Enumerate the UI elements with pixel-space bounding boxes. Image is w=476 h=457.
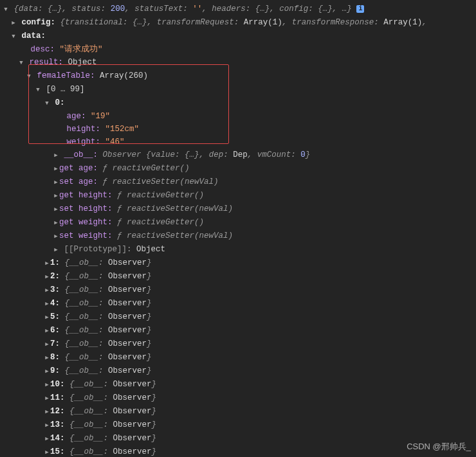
chevron-right-icon[interactable] (44, 270, 50, 283)
chevron-right-icon[interactable] (44, 391, 50, 405)
set-height[interactable]: set height: ƒ reactiveSetter(newVal) (3, 202, 476, 216)
array-item-7[interactable]: 7: {__ob__: Observer} (3, 337, 476, 351)
chevron-down-icon[interactable] (35, 83, 41, 96)
chevron-right-icon[interactable] (44, 297, 50, 310)
chevron-right-icon[interactable] (10, 16, 17, 30)
chevron-right-icon[interactable] (44, 418, 50, 432)
prototype-property[interactable]: [[Prototype]]: Object (3, 243, 476, 256)
array-item-12[interactable]: 12: {__ob__: Observer} (3, 405, 476, 418)
array-item-13[interactable]: 13: {__ob__: Observer} (3, 418, 476, 432)
age-property[interactable]: age: "19" (3, 110, 476, 123)
array-item-9[interactable]: 9: {__ob__: Observer} (3, 364, 476, 378)
chevron-down-icon[interactable] (44, 96, 50, 110)
desc-property[interactable]: desc: "请求成功" (3, 43, 476, 56)
info-icon[interactable]: i (356, 5, 364, 13)
array-item-4[interactable]: 4: {__ob__: Observer} (3, 297, 476, 310)
config-property[interactable]: config: {transitional: {…}, transformReq… (3, 16, 476, 30)
chevron-right-icon[interactable] (44, 283, 50, 297)
chevron-down-icon[interactable] (18, 56, 24, 69)
chevron-right-icon[interactable] (44, 337, 50, 351)
chevron-right-icon[interactable] (44, 378, 50, 391)
height-property[interactable]: height: "152cm" (3, 123, 476, 136)
result-property[interactable]: result: Object (3, 56, 476, 69)
array-item-5[interactable]: 5: {__ob__: Observer} (3, 310, 476, 324)
array-item-0[interactable]: 0: (3, 96, 476, 110)
array-item-10[interactable]: 10: {__ob__: Observer} (3, 378, 476, 391)
array-item-3[interactable]: 3: {__ob__: Observer} (3, 283, 476, 297)
chevron-right-icon[interactable] (53, 148, 59, 162)
weight-property[interactable]: weight: "46" (3, 136, 476, 148)
set-weight[interactable]: set weight: ƒ reactiveSetter(newVal) (3, 229, 476, 243)
array-item-15[interactable]: 15: {__ob__: Observer} (3, 445, 476, 457)
chevron-right-icon[interactable] (53, 162, 59, 175)
chevron-right-icon[interactable] (44, 445, 50, 457)
chevron-right-icon[interactable] (53, 243, 59, 256)
chevron-right-icon[interactable] (44, 405, 50, 418)
chevron-down-icon[interactable] (3, 3, 9, 16)
chevron-right-icon[interactable] (53, 202, 59, 216)
data-property[interactable]: data: (3, 30, 476, 43)
response-summary[interactable]: {data: {…}, status: 200, statusText: '',… (3, 3, 476, 16)
array-chunk-0-99[interactable]: [0 … 99] (3, 83, 476, 96)
chevron-right-icon[interactable] (44, 256, 50, 270)
get-height[interactable]: get height: ƒ reactiveGetter() (3, 189, 476, 202)
ob-property[interactable]: __ob__: Observer {value: {…}, dep: Dep, … (3, 148, 476, 162)
chevron-down-icon[interactable] (26, 69, 32, 83)
array-item-1[interactable]: 1: {__ob__: Observer} (3, 256, 476, 270)
chevron-right-icon[interactable] (44, 364, 50, 378)
femaleTable-property[interactable]: femaleTable: Array(260) (3, 69, 476, 83)
chevron-right-icon[interactable] (44, 351, 50, 364)
array-item-2[interactable]: 2: {__ob__: Observer} (3, 270, 476, 283)
get-weight[interactable]: get weight: ƒ reactiveGetter() (3, 216, 476, 229)
watermark: CSDN @邢帅兵_ (407, 440, 471, 453)
chevron-right-icon[interactable] (53, 189, 59, 202)
chevron-right-icon[interactable] (53, 216, 59, 229)
get-age[interactable]: get age: ƒ reactiveGetter() (3, 162, 476, 175)
chevron-right-icon[interactable] (44, 432, 50, 445)
array-item-6[interactable]: 6: {__ob__: Observer} (3, 324, 476, 337)
chevron-down-icon[interactable] (10, 30, 17, 43)
set-age[interactable]: set age: ƒ reactiveSetter(newVal) (3, 175, 476, 189)
chevron-right-icon[interactable] (44, 324, 50, 337)
array-item-11[interactable]: 11: {__ob__: Observer} (3, 391, 476, 405)
chevron-right-icon[interactable] (53, 229, 59, 243)
array-item-8[interactable]: 8: {__ob__: Observer} (3, 351, 476, 364)
chevron-right-icon[interactable] (44, 310, 50, 324)
chevron-right-icon[interactable] (53, 175, 59, 189)
array-item-14[interactable]: 14: {__ob__: Observer} (3, 432, 476, 445)
